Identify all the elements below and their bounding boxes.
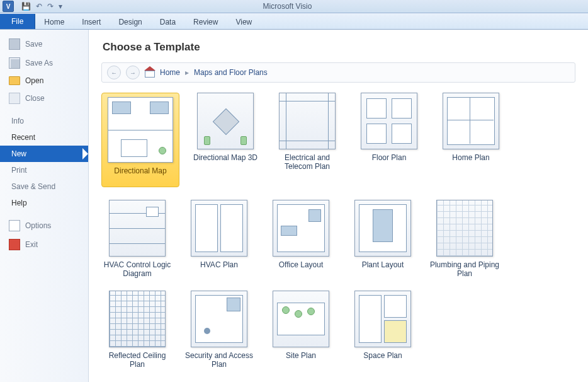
ribbon-tabs: File Home Insert Design Data Review View [0,13,588,30]
sidebar-help[interactable]: Help [0,195,88,211]
sidebar-saveas-label: Save As [25,59,53,67]
sidebar-options[interactable]: Options [0,216,88,235]
save-as-icon [9,57,20,69]
template-card[interactable]: Reflected Ceiling Plan [101,291,173,369]
template-thumbnail [361,93,417,149]
window-title: Microsoft Visio [62,2,512,11]
template-thumbnail [108,97,173,163]
open-folder-icon [9,76,20,85]
template-thumbnail [109,291,166,347]
quick-access-toolbar: 💾 ↶ ↷ ▾ [18,2,62,11]
sidebar-save[interactable]: Save [0,35,88,54]
tab-design[interactable]: Design [110,14,150,29]
exit-icon [9,239,20,250]
sidebar-save-as[interactable]: Save As [0,54,88,72]
sidebar-save-label: Save [25,40,42,49]
template-label: Electrical and Telecom Plan [271,153,343,171]
sidebar-new[interactable]: New [0,146,88,162]
template-thumbnail [354,200,411,257]
template-thumbnail [109,200,166,257]
sidebar-print[interactable]: Print [0,162,88,178]
template-label: Office Layout [279,260,324,278]
template-label: Directional Map [114,166,166,184]
sidebar-save-send[interactable]: Save & Send [0,178,88,195]
tab-home[interactable]: Home [35,14,73,29]
options-icon [9,220,20,231]
home-icon[interactable] [145,68,155,77]
template-label: Home Plan [452,153,489,171]
template-label: HVAC Control Logic Diagram [101,260,173,278]
sidebar-exit-label: Exit [25,240,38,249]
sidebar-recent[interactable]: Recent [0,129,88,146]
template-label: Plant Layout [362,260,404,278]
template-thumbnail [273,291,329,347]
template-card[interactable]: Plumbing and Piping Plan [429,200,500,278]
template-card[interactable]: HVAC Control Logic Diagram [101,200,173,278]
page-title: Choose a Template [103,41,575,54]
qat-save-icon[interactable]: 💾 [21,2,31,11]
tab-view[interactable]: View [227,14,261,29]
title-bar: V 💾 ↶ ↷ ▾ Microsoft Visio [0,0,588,13]
template-label: HVAC Plan [200,260,238,278]
template-card[interactable]: Directional Map 3D [189,93,261,187]
sidebar-close[interactable]: Close [0,89,88,108]
qat-undo-icon[interactable]: ↶ [36,2,42,11]
main-panel: Choose a Template ← → Home ▸ Maps and Fl… [89,30,588,382]
sidebar-exit[interactable]: Exit [0,235,88,254]
template-card[interactable]: Directional Map [101,93,179,187]
backstage-sidebar: Save Save As Open Close Info Recent New … [0,30,89,382]
sidebar-info[interactable]: Info [0,113,88,129]
tab-insert[interactable]: Insert [73,14,110,29]
sidebar-close-label: Close [25,94,45,103]
chevron-right-icon: ▸ [185,68,189,77]
template-label: Floor Plan [372,153,407,171]
template-card[interactable]: Home Plan [435,93,507,187]
close-icon [9,93,20,104]
template-label: Directional Map 3D [193,153,257,171]
template-label: Space Plan [363,351,402,369]
breadcrumb: ← → Home ▸ Maps and Floor Plans [101,62,575,83]
template-grid: Directional MapDirectional Map 3DElectri… [101,93,575,369]
sidebar-open[interactable]: Open [0,72,88,89]
template-card[interactable]: HVAC Plan [183,200,255,278]
sidebar-open-label: Open [25,76,43,85]
app-icon: V [3,1,14,12]
tab-data[interactable]: Data [151,14,184,29]
template-thumbnail [197,93,254,149]
sidebar-options-label: Options [25,221,51,230]
template-label: Site Plan [286,351,316,369]
template-thumbnail [273,200,329,257]
nav-forward-button[interactable]: → [126,66,140,79]
tab-review[interactable]: Review [184,14,227,29]
nav-back-button[interactable]: ← [107,66,121,79]
template-thumbnail [279,93,336,149]
template-label: Plumbing and Piping Plan [429,260,500,278]
crumb-home[interactable]: Home [160,68,180,77]
template-card[interactable]: Electrical and Telecom Plan [271,93,343,187]
template-card[interactable]: Site Plan [265,291,337,369]
template-label: Reflected Ceiling Plan [101,351,173,369]
template-card[interactable]: Office Layout [265,200,337,278]
template-card[interactable]: Plant Layout [347,200,419,278]
template-thumbnail [443,93,499,149]
save-icon [9,38,20,50]
template-card[interactable]: Security and Access Plan [183,291,255,369]
template-thumbnail [436,200,493,257]
template-thumbnail [191,291,247,347]
template-thumbnail [191,200,247,257]
tab-file[interactable]: File [0,14,35,29]
template-thumbnail [354,291,411,347]
qat-redo-icon[interactable]: ↷ [47,2,54,11]
template-card[interactable]: Floor Plan [353,93,425,187]
template-card[interactable]: Space Plan [347,291,419,369]
crumb-category[interactable]: Maps and Floor Plans [194,68,268,77]
template-label: Security and Access Plan [183,351,255,369]
